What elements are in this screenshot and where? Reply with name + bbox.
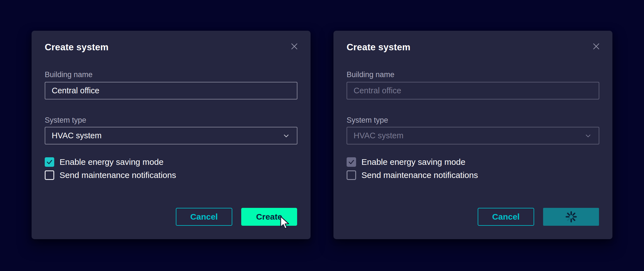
dialog-actions: Cancel bbox=[333, 208, 612, 226]
close-icon bbox=[592, 42, 600, 50]
cancel-button[interactable]: Cancel bbox=[478, 208, 534, 226]
check-icon bbox=[348, 159, 355, 165]
dialog-title: Create system bbox=[45, 42, 108, 53]
system-type-label: System type bbox=[45, 116, 86, 125]
building-name-input[interactable] bbox=[45, 82, 297, 99]
close-button[interactable] bbox=[289, 41, 299, 51]
energy-saving-checkbox[interactable] bbox=[45, 157, 54, 167]
system-type-value: HVAC system bbox=[354, 131, 403, 140]
energy-saving-label: Enable energy saving mode bbox=[361, 157, 465, 167]
check-icon bbox=[46, 159, 53, 165]
dialog-actions: Cancel Create bbox=[32, 208, 311, 226]
maintenance-checkbox-row-disabled: Send maintenance notifications bbox=[347, 170, 478, 180]
building-name-label: Building name bbox=[45, 70, 93, 79]
create-system-dialog: Create system Building name System type … bbox=[32, 31, 311, 239]
create-system-dialog-loading: Create system Building name System type … bbox=[333, 31, 612, 239]
chevron-down-icon bbox=[282, 132, 290, 140]
cancel-button[interactable]: Cancel bbox=[176, 208, 232, 226]
energy-saving-checkbox-row-disabled: Enable energy saving mode bbox=[347, 157, 465, 167]
system-type-select[interactable]: HVAC system bbox=[45, 127, 297, 144]
loading-spinner-icon bbox=[563, 209, 579, 225]
create-button[interactable]: Create bbox=[241, 208, 297, 226]
energy-saving-checkbox-row[interactable]: Enable energy saving mode bbox=[45, 157, 164, 167]
dialog-title: Create system bbox=[347, 42, 410, 53]
maintenance-label: Send maintenance notifications bbox=[361, 170, 478, 180]
close-icon bbox=[290, 42, 298, 50]
chevron-down-icon bbox=[584, 132, 592, 140]
system-type-select-disabled: HVAC system bbox=[347, 127, 599, 144]
create-button-loading bbox=[543, 208, 599, 226]
system-type-label: System type bbox=[347, 116, 388, 125]
building-name-input-disabled bbox=[347, 82, 599, 99]
maintenance-checkbox[interactable] bbox=[45, 170, 54, 180]
maintenance-checkbox-row[interactable]: Send maintenance notifications bbox=[45, 170, 176, 180]
maintenance-checkbox-disabled bbox=[347, 170, 356, 180]
energy-saving-checkbox-disabled bbox=[347, 157, 356, 167]
close-button[interactable] bbox=[591, 41, 601, 51]
energy-saving-label: Enable energy saving mode bbox=[60, 157, 164, 167]
maintenance-label: Send maintenance notifications bbox=[60, 170, 176, 180]
building-name-label: Building name bbox=[347, 70, 394, 79]
system-type-value: HVAC system bbox=[52, 131, 101, 140]
